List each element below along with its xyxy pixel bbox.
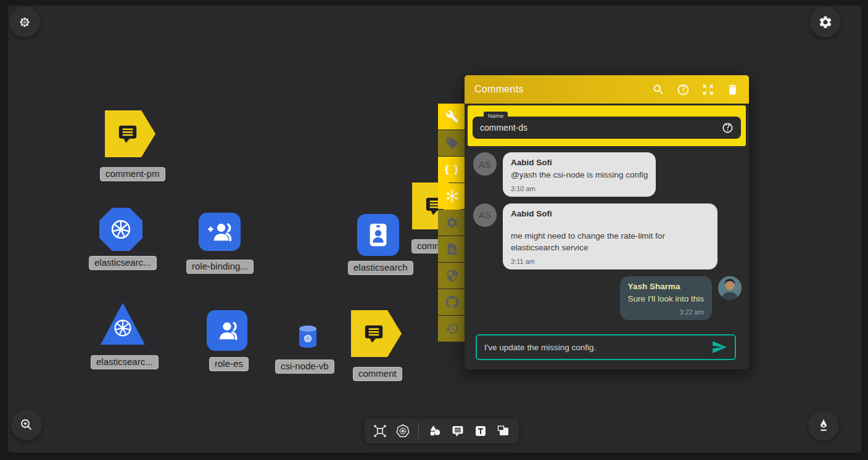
comments-panel: Comments Name AS Aabid Sofi @y	[465, 75, 749, 369]
braces-button[interactable]: { }	[438, 157, 466, 183]
node-label: comment-pm	[100, 167, 165, 181]
add-user-icon	[207, 219, 233, 245]
avatar-initials: AS	[473, 152, 497, 176]
message-time: 3:11 am	[511, 258, 709, 265]
comment-icon	[362, 321, 386, 346]
comment-composer[interactable]	[476, 334, 736, 360]
node-comment[interactable]: comment	[351, 310, 402, 357]
kubernetes-wheel-icon	[112, 317, 134, 339]
avatar-photo	[718, 276, 742, 300]
braces-icon: { }	[445, 163, 460, 176]
gear-icon	[445, 216, 459, 229]
comment-icon	[115, 121, 140, 146]
octagon-shape	[99, 208, 143, 251]
gear-icon	[818, 15, 833, 30]
design-icon[interactable]	[373, 424, 387, 438]
history-icon	[445, 322, 459, 335]
message-author: Aabid Sofi	[511, 209, 709, 218]
node-elasticsearch-octagon[interactable]: elasticsearc...	[99, 208, 143, 251]
name-field-section: Name	[468, 105, 746, 146]
rounded-square-shape	[199, 213, 241, 251]
zoom-in-icon	[19, 417, 34, 432]
design-canvas[interactable]: comment-pm elasticsearc... role-binding.…	[8, 6, 861, 453]
kubernetes-icon[interactable]	[395, 424, 410, 438]
node-label: elasticsearc...	[91, 355, 159, 369]
wrench-icon	[445, 110, 459, 123]
comment-node-shape	[105, 110, 155, 157]
text-icon[interactable]	[473, 424, 488, 438]
name-field-label: Name	[484, 112, 508, 120]
app-window: comment-pm elasticsearc... role-binding.…	[0, 0, 868, 460]
node-label: csi-node-vb	[275, 359, 334, 374]
message-bubble: Aabid Sofi me might need to change the r…	[503, 203, 717, 269]
message-row: AS Aabid Sofi @yash the csi-node is miss…	[473, 152, 742, 197]
storage-cylinder-icon	[297, 324, 318, 349]
shapes-icon[interactable]	[428, 424, 442, 438]
node-label: elasticsearch	[348, 261, 413, 275]
message-time: 3:22 am	[628, 308, 704, 316]
comment-input[interactable]	[484, 343, 711, 352]
toolbar-divider	[418, 424, 419, 438]
mesh-button[interactable]	[438, 183, 466, 209]
message-bubble: Yash Sharma Sure I'll look into this 3:2…	[620, 276, 712, 321]
message-text: @yash the csi-node is missing config	[511, 169, 648, 181]
node-label: role-es	[209, 357, 249, 371]
message-author: Yash Sharma	[628, 282, 704, 291]
expand-icon[interactable]	[701, 83, 714, 96]
kubernetes-wheel-icon	[109, 217, 133, 242]
node-label: elasticsearc...	[89, 256, 157, 270]
name-input-wrap[interactable]: Name	[473, 117, 741, 139]
message-list: AS Aabid Sofi @yash the csi-node is miss…	[465, 146, 749, 320]
node-elasticsearch-triangle[interactable]: elasticsearc...	[101, 303, 145, 345]
pen-button[interactable]	[808, 410, 839, 441]
comment-node-shape	[351, 310, 402, 357]
help-icon[interactable]	[722, 122, 734, 134]
shield-icon	[445, 269, 459, 282]
zoom-button[interactable]	[11, 409, 42, 440]
github-button[interactable]	[438, 289, 466, 315]
doc-search-icon	[445, 242, 459, 256]
comments-panel-header[interactable]: Comments	[465, 75, 749, 104]
shield-button[interactable]	[438, 263, 466, 289]
node-label: comment	[353, 367, 402, 381]
pen-nib-icon	[816, 417, 832, 433]
shape-palette-toolbar	[365, 419, 519, 443]
wrench-button[interactable]	[438, 104, 466, 129]
tag-button[interactable]	[438, 130, 466, 156]
service-account-badge-icon	[364, 221, 392, 249]
name-input[interactable]	[480, 123, 722, 133]
rounded-square-shape	[357, 214, 399, 256]
panel-title: Comments	[474, 84, 640, 95]
node-role-es[interactable]: role-es	[207, 310, 247, 351]
image-icon[interactable]	[496, 424, 511, 438]
node-label: role-binding...	[186, 260, 254, 274]
help-icon[interactable]	[677, 83, 690, 96]
trash-icon[interactable]	[726, 83, 739, 96]
node-role-binding[interactable]: role-binding...	[199, 213, 241, 251]
node-action-toolbar: { }	[438, 104, 466, 342]
settings-button[interactable]	[810, 7, 841, 38]
flower-icon	[18, 15, 31, 29]
tag-icon	[445, 136, 459, 150]
history-button[interactable]	[438, 316, 466, 342]
message-row: AS Aabid Sofi me might need to change th…	[473, 203, 742, 269]
message-bubble: Aabid Sofi @yash the csi-node is missing…	[503, 152, 656, 197]
mesh-hub-icon	[445, 189, 459, 203]
github-icon	[445, 295, 459, 309]
comment-icon[interactable]	[450, 424, 465, 438]
message-author: Aabid Sofi	[511, 158, 648, 167]
node-elasticsearch-badge[interactable]: elasticsearch	[357, 214, 399, 256]
message-gap	[511, 220, 709, 230]
node-comment-pm[interactable]: comment-pm	[105, 110, 155, 157]
message-text: Sure I'll look into this	[628, 293, 704, 305]
rounded-square-shape	[207, 310, 247, 351]
avatar-initials: AS	[473, 203, 497, 227]
search-icon[interactable]	[652, 83, 665, 96]
doc-search-button[interactable]	[438, 236, 466, 262]
message-text: me might need to change the rate-limit f…	[511, 230, 709, 254]
node-csi-node-vb[interactable]: csi-node-vb	[297, 324, 318, 351]
user-photo	[718, 276, 742, 300]
app-menu-button[interactable]	[9, 7, 40, 38]
send-icon[interactable]	[711, 339, 727, 355]
gear-button[interactable]	[438, 210, 466, 236]
